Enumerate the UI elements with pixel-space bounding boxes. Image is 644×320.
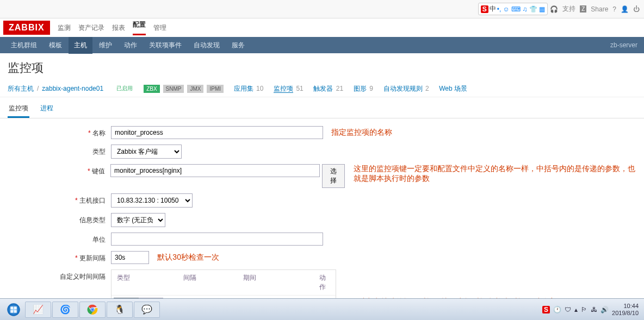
user-icon[interactable]: 👤 [621,5,629,13]
tray-flag-icon[interactable]: 🏳 [581,306,587,313]
annot-name: 指定监控项的名称 [331,128,392,137]
bc-tab-items[interactable]: 监控项 51 [274,84,304,93]
svg-point-0 [7,303,20,316]
subnav-actions[interactable]: 动作 [119,37,143,54]
bc-tab-triggers[interactable]: 触发器 21 [313,84,343,93]
select-info[interactable]: 数字 (无正负) [111,213,165,227]
label-iface: 主机接口 [8,193,111,205]
ime-mode: 中 [490,4,496,14]
annot-interval: 默认30秒检查一次 [157,253,219,262]
start-button[interactable] [3,302,24,318]
server-name: zb-server [610,41,644,49]
top-nav: ZABBIX 监测 资产记录 报表 配置 管理 [0,18,644,37]
power-icon[interactable]: ⏻ [633,5,640,13]
nav-inventory[interactable]: 资产记录 [78,23,104,33]
annot-key: 这里的监控项键一定要和配置文件中定义的名称一样，中括号内的是传递的参数，也就是脚… [354,164,636,184]
tb-chrome[interactable] [79,302,106,318]
subnav-templates[interactable]: 模板 [44,37,67,54]
input-unit[interactable] [111,233,323,246]
nav-reports[interactable]: 报表 [112,23,125,33]
bc-tab-apps[interactable]: 应用集 10 [234,84,264,93]
sogou-ime-logo: S [481,5,488,13]
label-type: 类型 [8,145,111,156]
select-iface[interactable]: 10.83.32.130 : 10050 [111,193,193,208]
subnav-hostgroups[interactable]: 主机群组 [5,37,42,54]
col-type: 类型 [112,270,178,295]
share-label[interactable]: Share [591,5,608,13]
support-label[interactable]: 支持 [562,4,575,14]
tray-vol-icon[interactable]: 🔊 [600,306,609,313]
label-info: 信息类型 [8,213,111,225]
col-interval: 间隔 [178,270,238,295]
svg-point-4 [91,308,94,311]
tb-qq[interactable]: 🐧 [107,302,133,318]
zshare-icon: Z [580,5,586,12]
bc-host[interactable]: zabbix-agent-node01 [42,85,103,92]
windows-logo-icon [6,302,21,317]
tray-chevron-icon[interactable]: ▴ [574,306,578,313]
system-tray: S 🕐 🛡 ▴ 🏳 🖧 🔊 10:44 2019/8/10 [542,303,641,316]
bc-tab-web[interactable]: Web 场景 [439,84,467,93]
help-icon[interactable]: ? [612,5,616,13]
chrome-icon [87,304,98,315]
label-custom-intervals: 自定义时间间隔 [8,269,111,281]
bc-tab-graphs[interactable]: 图形 9 [354,84,373,93]
tb-wechat[interactable]: 💬 [134,302,160,318]
taskbar-clock[interactable]: 10:44 2019/8/10 [612,303,641,316]
badge-zbx: ZBX [144,85,159,93]
badge-jmx: JMX [187,85,203,93]
tab-process[interactable]: 进程 [39,101,54,118]
select-type[interactable]: Zabbix 客户端 [111,145,182,159]
tray-shield-icon[interactable]: 🛡 [565,306,571,313]
col-action: 动作 [314,270,336,295]
nav-config[interactable]: 配置 [133,20,146,35]
tray-clock-icon[interactable]: 🕐 [553,306,561,313]
item-form: 名称 指定监控项的名称 类型 Zabbix 客户端 键值 选择 这里的监控项键一… [0,118,644,320]
ime-icons: •, ☺ ⌨ ♫ 👕 ▦ [497,5,545,13]
form-tabs: 监控项 进程 [0,97,644,118]
status-enabled: 已启用 [114,84,135,93]
subnav-services[interactable]: 服务 [226,37,250,54]
zabbix-logo[interactable]: ZABBIX [3,21,50,35]
subnav-maintenance[interactable]: 维护 [94,37,117,54]
tb-app2[interactable]: 🌀 [52,302,78,318]
tb-app1[interactable]: 📈 [25,302,51,318]
breadcrumb-bar: 所有主机 / zabbix-agent-node01 已启用 ZBX SNMP … [0,80,644,97]
label-name: 名称 [8,126,111,138]
col-period: 期间 [238,270,314,295]
tray-sogou-icon[interactable]: S [542,306,550,313]
tray-net-icon[interactable]: 🖧 [591,306,597,313]
bc-tab-discovery[interactable]: 自动发现规则 2 [383,84,429,93]
badge-snmp: SNMP [163,85,184,93]
page-title: 监控项 [0,53,644,80]
tab-item[interactable]: 监控项 [8,101,29,118]
nav-monitor[interactable]: 监测 [58,23,71,33]
windows-taskbar: 📈 🌀 🐧 💬 S 🕐 🛡 ▴ 🏳 🖧 🔊 10:44 2019/8/10 [0,298,644,320]
clock-date: 2019/8/10 [612,310,639,316]
browser-chrome-toolbar: S 中 •, ☺ ⌨ ♫ 👕 ▦ 🎧 支持 Z Share ? 👤 ⏻ [0,0,644,18]
label-unit: 单位 [8,233,111,244]
badge-ipmi: IPMI [207,85,224,93]
sub-nav: 主机群组 模板 主机 维护 动作 关联项事件 自动发现 服务 zb-server [0,37,644,53]
toolbar-right-icons: 🎧 支持 Z Share ? 👤 ⏻ [550,4,640,14]
ime-indicator[interactable]: S 中 •, ☺ ⌨ ♫ 👕 ▦ [478,3,548,15]
clock-time: 10:44 [612,303,639,309]
btn-key-select[interactable]: 选择 [322,164,345,188]
nav-admin[interactable]: 管理 [153,23,166,33]
label-key: 键值 [8,164,110,176]
input-name[interactable] [111,126,323,139]
label-interval: 更新间隔 [8,251,111,263]
headset-icon[interactable]: 🎧 [550,5,558,13]
subnav-hosts[interactable]: 主机 [69,37,92,54]
bc-all-hosts[interactable]: 所有主机 [8,84,34,93]
subnav-correlation[interactable]: 关联项事件 [144,37,187,54]
input-key[interactable] [110,164,320,177]
input-interval[interactable] [111,251,149,264]
subnav-discovery[interactable]: 自动发现 [188,37,225,54]
bc-sep: / [37,85,39,92]
